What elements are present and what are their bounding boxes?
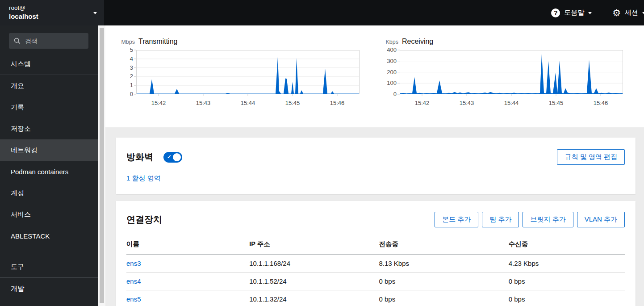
- sidebar-item-storage[interactable]: 저장소: [0, 118, 98, 139]
- x-axis-tick-label: 15:44: [502, 100, 520, 106]
- interfaces-table-body: ens310.1.1.168/248.13 Kbps4.23 Kbpsens41…: [126, 255, 625, 306]
- y-axis-tick-label: 0: [117, 91, 133, 97]
- x-axis-tick-label: 15:43: [194, 100, 212, 106]
- x-axis-tick-label: 15:42: [413, 100, 431, 106]
- sidebar-item-system[interactable]: 시스템: [0, 53, 98, 75]
- interface-link[interactable]: ens5: [126, 295, 141, 303]
- interface-link[interactable]: ens3: [126, 260, 141, 267]
- session-menu-label: 세션: [625, 8, 638, 17]
- transmitting-chart: Mbps Transmitting 01234515:4215:4315:441…: [117, 38, 360, 118]
- cell-tx: 0 bps: [379, 272, 508, 290]
- chart-svg: [400, 50, 623, 96]
- sidebar-item-label: 네트워킹: [11, 146, 38, 155]
- y-axis-tick-label: 400: [381, 46, 397, 53]
- table-row[interactable]: ens510.1.1.32/240 bps0 bps: [126, 290, 625, 306]
- chart-title: Receiving: [402, 38, 433, 46]
- help-menu[interactable]: ? 도움말: [551, 8, 592, 17]
- main-content: Mbps Transmitting 01234515:4215:4315:441…: [105, 25, 644, 306]
- y-axis-tick-label: 5: [117, 46, 133, 53]
- sidebar-item-label: 도구: [11, 263, 24, 271]
- sidebar-item-label: ABLESTACK: [11, 232, 50, 240]
- scrollbar-thumb[interactable]: [100, 28, 104, 303]
- firewall-title: 방화벽: [126, 151, 153, 163]
- sidebar-item-label: 서비스: [11, 210, 31, 219]
- column-header-ip: IP 주소: [249, 235, 379, 255]
- sidebar-item-networking[interactable]: 네트워킹: [0, 139, 98, 161]
- x-axis-tick-label: 15:42: [150, 100, 167, 106]
- help-icon: ?: [551, 8, 560, 17]
- sidebar-item-label: 기록: [11, 103, 24, 112]
- receiving-chart: Kbps Receiving 010020030040015:4215:4315…: [381, 38, 624, 118]
- help-menu-label: 도움말: [564, 8, 584, 17]
- cell-tx: 0 bps: [379, 290, 508, 306]
- sidebar-search: [9, 33, 88, 49]
- sidebar-item-services[interactable]: 서비스: [0, 204, 98, 225]
- cell-ip: 10.1.1.32/24: [249, 290, 379, 306]
- y-axis-tick-label: 100: [381, 80, 397, 86]
- sidebar-item-development[interactable]: 개발: [0, 278, 98, 299]
- chart-title: Transmitting: [138, 38, 177, 46]
- sidebar-scrollbar[interactable]: [98, 25, 105, 306]
- chevron-down-icon: [588, 12, 592, 16]
- column-header-name: 이름: [126, 235, 249, 255]
- sidebar-item-label: 시스템: [11, 60, 31, 68]
- chart-svg: [136, 50, 360, 96]
- chart-plot-area: [136, 50, 360, 94]
- x-axis-tick-label: 15:43: [458, 100, 476, 106]
- sidebar-item-label: Podman containers: [11, 168, 68, 176]
- interfaces-title: 연결장치: [126, 214, 162, 226]
- column-header-receiving: 수신중: [509, 235, 625, 255]
- active-zones-link[interactable]: 1 활성 영역: [126, 174, 161, 183]
- x-axis-tick-label: 15:44: [239, 100, 257, 106]
- y-axis-tick-label: 300: [381, 58, 397, 64]
- sidebar-nav: 시스템개요기록저장소네트워킹Podman containers계정서비스ABLE…: [0, 53, 98, 299]
- cell-rx: 0 bps: [509, 290, 625, 306]
- x-axis-tick-label: 15:45: [547, 100, 565, 106]
- interfaces-actions: 본드 추가팀 추가브릿지 추가VLAN 추가: [435, 212, 625, 227]
- edit-rules-zones-button[interactable]: 규칙 및 영역 편집: [557, 149, 625, 165]
- x-axis-tick-label: 15:46: [328, 100, 346, 106]
- add-bridge-button[interactable]: 브릿지 추가: [523, 212, 573, 227]
- check-icon: ✓: [167, 154, 171, 160]
- y-axis-tick-label: 1: [117, 82, 133, 88]
- firewall-card: 방화벽 ✓ 규칙 및 영역 편집 1 활성 영역: [116, 138, 636, 194]
- chevron-down-icon: [93, 12, 97, 16]
- sidebar-item-ablestack[interactable]: ABLESTACK: [0, 225, 98, 247]
- y-axis-unit: Mbps: [117, 39, 135, 45]
- cell-rx: 4.23 Kbps: [509, 255, 625, 272]
- network-usage-graphs: Mbps Transmitting 01234515:4215:4315:441…: [105, 25, 644, 127]
- interfaces-card: 연결장치 본드 추가팀 추가브릿지 추가VLAN 추가 이름 IP 주소 전송중…: [116, 201, 636, 306]
- sidebar-item-logs[interactable]: 기록: [0, 96, 98, 118]
- table-row[interactable]: ens410.1.1.52/240 bps0 bps: [126, 272, 625, 290]
- session-menu[interactable]: ⚙ 세션: [612, 8, 644, 17]
- add-team-button[interactable]: 팀 추가: [482, 212, 519, 227]
- cell-rx: 0 bps: [509, 272, 625, 290]
- add-bond-button[interactable]: 본드 추가: [435, 212, 478, 227]
- toggle-knob: [173, 153, 181, 161]
- sidebar-item-overview[interactable]: 개요: [0, 75, 98, 96]
- add-vlan-button[interactable]: VLAN 추가: [577, 212, 625, 227]
- table-row[interactable]: ens310.1.1.168/248.13 Kbps4.23 Kbps: [126, 255, 625, 272]
- sidebar-item-accounts[interactable]: 계정: [0, 182, 98, 204]
- y-axis-unit: Kbps: [381, 39, 398, 45]
- sidebar-item-tools[interactable]: 도구: [0, 256, 98, 277]
- y-axis-tick-label: 200: [381, 69, 397, 75]
- gear-icon: ⚙: [612, 8, 621, 17]
- table-header-row: 이름 IP 주소 전송중 수신중: [126, 235, 625, 255]
- x-axis-tick-label: 15:46: [592, 100, 610, 106]
- y-axis-tick-label: 2: [117, 73, 133, 80]
- sidebar-item-label: 개요: [11, 82, 24, 90]
- chart-plot-area: [400, 50, 623, 94]
- column-header-sending: 전송중: [379, 235, 508, 255]
- host-switcher[interactable]: root@ localhost: [0, 0, 104, 25]
- interface-link[interactable]: ens4: [126, 277, 141, 285]
- host-label: root@ localhost: [9, 4, 93, 21]
- search-input[interactable]: [9, 33, 88, 49]
- search-icon: [14, 38, 21, 44]
- sidebar-item-podman-containers[interactable]: Podman containers: [0, 161, 98, 182]
- sidebar: 시스템개요기록저장소네트워킹Podman containers계정서비스ABLE…: [0, 25, 98, 306]
- masthead: root@ localhost ? 도움말 ⚙ 세션: [0, 0, 644, 25]
- host-user: root@: [9, 4, 93, 12]
- firewall-toggle[interactable]: ✓: [163, 152, 182, 163]
- y-axis-tick-label: 3: [117, 64, 133, 71]
